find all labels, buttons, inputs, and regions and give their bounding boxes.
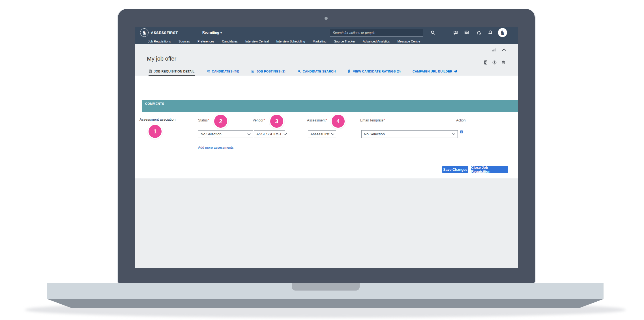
email-template-select[interactable]: No Selection [361, 130, 458, 138]
tab-view-candidate-ratings[interactable]: VIEW CANDIDATE RATINGS (3) [347, 69, 401, 76]
add-more-assessments-link[interactable]: Add more assessments [198, 146, 233, 150]
chevron-down-icon [331, 133, 334, 135]
nav-item-message-centre[interactable]: Message Centre [397, 40, 420, 43]
people-icon [207, 69, 210, 73]
comments-section-header: COMMENTS [142, 100, 518, 112]
megaphone-icon [454, 69, 458, 73]
search-icon[interactable] [430, 30, 435, 35]
chevron-down-icon [452, 133, 455, 135]
assessment-association-label: Assessment assciation [139, 118, 175, 121]
annotation-step-3: 3 [269, 114, 284, 129]
top-bar: ♞ ASSESSFIRST Recruiting▾ ♞ [135, 27, 518, 44]
required-asterisk: * [208, 118, 209, 122]
laptop-base-edge [47, 299, 604, 308]
info-icon[interactable] [492, 60, 497, 65]
status-column-label: Status* [198, 118, 209, 122]
app-window: ♞ ASSESSFIRST Recruiting▾ ♞ [135, 27, 518, 268]
nav-item-interview-scheduling[interactable]: Interview Scheduling [276, 40, 305, 43]
nav-item-source-tracker[interactable]: Source Tracker [334, 40, 355, 43]
caret-down-icon: ▾ [220, 31, 222, 34]
headset-icon[interactable] [476, 30, 481, 35]
annotation-step-4: 4 [330, 114, 346, 129]
tab-bar: JOB REQUISITION DETAIL CANDIDATES (48) J… [149, 69, 458, 76]
required-asterisk: * [326, 118, 327, 122]
bar-chart-icon[interactable] [492, 47, 497, 52]
assessfirst-logo-icon[interactable]: ♞ [140, 28, 149, 37]
action-column-label: Action [456, 118, 465, 122]
assessment-select[interactable]: AssessFirst [308, 130, 336, 138]
chevron-up-icon[interactable] [502, 47, 506, 52]
bell-icon[interactable] [488, 30, 493, 35]
clipboard-icon [251, 69, 255, 73]
laptop-base-notch [292, 283, 360, 291]
global-search [330, 29, 423, 37]
content-footer-area [135, 178, 518, 268]
webcam-dot [325, 17, 328, 20]
tab-candidate-search[interactable]: CANDIDATE SEARCH [297, 69, 336, 76]
close-job-requisition-button[interactable]: Close Job Requisition [471, 166, 508, 173]
nav-item-preferences[interactable]: Preferences [198, 40, 214, 43]
page-title: My job offer [147, 56, 176, 62]
nav-item-advanced-analytics[interactable]: Advanced Analytics [363, 40, 390, 43]
delete-row-trash-icon[interactable] [459, 129, 464, 134]
brand-name: ASSESSFIRST [151, 31, 178, 35]
note-check-icon[interactable] [483, 60, 488, 65]
assessment-column-label: Assessment* [307, 118, 327, 122]
module-picker[interactable]: Recruiting▾ [202, 31, 222, 35]
email-template-column-label: Email Template* [360, 118, 385, 122]
page-header: My job offer JOB REQUISITION DETAIL CAND… [135, 44, 518, 76]
annotation-step-2: 2 [213, 114, 228, 129]
vendor-column-label: Vendor* [253, 118, 265, 122]
nav-item-marketing[interactable]: Marketing [313, 40, 326, 43]
status-select[interactable]: No Selection [198, 130, 253, 138]
content-area: COMMENTS Assessment assciation Status* V… [135, 76, 518, 178]
avatar-horse-glyph: ♞ [500, 30, 505, 36]
trash-icon[interactable] [501, 60, 506, 65]
search-input[interactable] [330, 29, 423, 36]
nav-item-sources[interactable]: Sources [179, 40, 190, 43]
chat-icon[interactable] [453, 30, 458, 35]
nav-item-job-requisitions[interactable]: Job Requisitions [148, 40, 171, 43]
tab-job-postings[interactable]: JOB POSTINGS (2) [251, 69, 285, 76]
presentation-people-icon[interactable] [464, 30, 469, 35]
document-icon [149, 69, 152, 73]
nav-item-candidates[interactable]: Candidates [222, 40, 238, 43]
annotation-step-1: 1 [147, 124, 163, 139]
chevron-down-icon [284, 133, 287, 135]
required-asterisk: * [264, 118, 265, 122]
search-icon [297, 69, 301, 73]
tab-campaign-url-builder[interactable]: CAMPAIGN URL BUILDER [413, 69, 458, 76]
save-changes-button[interactable]: Save Changes [442, 166, 468, 173]
nav-item-interview-central[interactable]: Interview Central [245, 40, 269, 43]
badge-icon [347, 69, 351, 73]
tab-job-requisition-detail[interactable]: JOB REQUISITION DETAIL [149, 69, 195, 76]
logo-horse-glyph: ♞ [142, 30, 147, 35]
tab-candidates[interactable]: CANDIDATES (48) [207, 69, 239, 76]
chevron-down-icon [247, 133, 251, 135]
vendor-select[interactable]: ASSESSFIRST [254, 130, 285, 138]
top-bar-main: ♞ ASSESSFIRST Recruiting▾ ♞ [135, 27, 518, 38]
required-asterisk: * [384, 118, 385, 122]
user-avatar[interactable]: ♞ [498, 28, 507, 37]
main-nav: Job Requisitions Sources Preferences Can… [135, 38, 518, 44]
